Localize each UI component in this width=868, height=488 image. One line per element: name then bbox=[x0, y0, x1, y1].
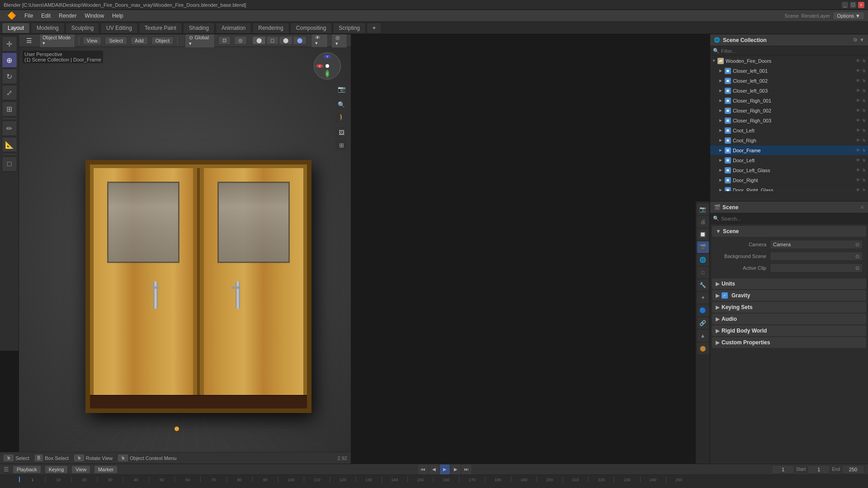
jump-end-btn[interactable]: ⏭ bbox=[462, 465, 472, 474]
view-layer-props-icon[interactable]: 🔲 bbox=[697, 229, 709, 240]
options-btn[interactable]: Options ▼ bbox=[833, 12, 864, 20]
wireframe-shading-btn[interactable]: ◻ bbox=[266, 36, 278, 45]
tab-animation[interactable]: Animation bbox=[216, 23, 251, 33]
constraints-props-icon[interactable]: 🔗 bbox=[697, 317, 709, 329]
tab-texture-paint[interactable]: Texture Paint bbox=[139, 23, 182, 33]
outliner-item-door-right-glass[interactable]: ▶ ▣ Door_Right_Glass 👁 🖱 bbox=[710, 185, 868, 191]
move-tool-btn[interactable]: ⊕ bbox=[2, 52, 17, 68]
blender-logo[interactable]: 🔶 bbox=[4, 10, 20, 21]
camera-value[interactable]: Camera ⊙ bbox=[770, 240, 863, 249]
playback-menu[interactable]: Playback bbox=[13, 465, 41, 474]
end-frame-input[interactable]: 250 bbox=[842, 465, 864, 474]
gravity-section-header[interactable]: ▶ ✓ Gravity bbox=[712, 290, 866, 301]
tab-sculpting[interactable]: Sculpting bbox=[66, 23, 99, 33]
outliner-item-closer-left-002[interactable]: ▶ ▣ Closer_left_002 👁 🖱 bbox=[710, 76, 868, 86]
keying-sets-section-header[interactable]: ▶ Keying Sets bbox=[712, 302, 866, 313]
audio-section-header[interactable]: ▶ Audio bbox=[712, 314, 866, 324]
render-props-icon[interactable]: 📷 bbox=[697, 203, 709, 215]
gravity-checkbox[interactable]: ✓ bbox=[722, 292, 728, 299]
scene-props-icon[interactable]: 🎬 bbox=[697, 241, 709, 253]
overlays-btn[interactable]: 👁 ▾ bbox=[311, 33, 327, 47]
rigid-body-world-section-header[interactable]: ▶ Rigid Body World bbox=[712, 325, 866, 336]
menu-window[interactable]: Window bbox=[81, 12, 108, 20]
output-props-icon[interactable]: 🖨 bbox=[697, 216, 709, 228]
proportional-edit-btn[interactable]: ◎ bbox=[234, 36, 247, 45]
menu-render[interactable]: Render bbox=[55, 12, 80, 20]
rendered-shading-btn[interactable]: ⬤ bbox=[293, 36, 307, 45]
tab-modeling[interactable]: Modeling bbox=[31, 23, 65, 33]
outliner-item-closer-righ-003[interactable]: ▶ ▣ Closer_Righ_003 👁 🖱 bbox=[710, 116, 868, 126]
particles-props-icon[interactable]: ✦ bbox=[697, 292, 709, 304]
active-clip-pick-icon[interactable]: ⊙ bbox=[855, 265, 859, 271]
gizmos-btn[interactable]: ◎ ▾ bbox=[331, 33, 347, 48]
active-clip-value[interactable]: ⊙ bbox=[770, 263, 863, 272]
outliner-item-closer-left-003[interactable]: ▶ ▣ Closer_left_003 👁 🖱 bbox=[710, 86, 868, 96]
background-scene-value[interactable]: ⊙ bbox=[770, 252, 863, 261]
object-props-icon[interactable]: □ bbox=[697, 267, 709, 278]
tab-uv-editing[interactable]: UV Editing bbox=[100, 23, 138, 33]
outliner-item-cnot-righ[interactable]: ▶ ▣ Cnot_Righ 👁 🖱 bbox=[710, 136, 868, 145]
modifier-props-icon[interactable]: 🔧 bbox=[697, 279, 709, 291]
gizmo-x-axis[interactable]: X bbox=[316, 64, 323, 68]
minimize-btn[interactable]: _ bbox=[842, 2, 848, 8]
tab-layout[interactable]: Layout bbox=[2, 23, 30, 33]
outliner-item-closer-righ-002[interactable]: ▶ ▣ Closer_Righ_002 👁 🖱 bbox=[710, 106, 868, 116]
gizmo-z-axis[interactable]: Z bbox=[326, 70, 329, 77]
transform-tool-btn[interactable]: ⊞ bbox=[2, 101, 17, 117]
object-data-props-icon[interactable]: ▲ bbox=[697, 330, 709, 342]
rotate-tool-btn[interactable]: ↻ bbox=[2, 69, 17, 84]
tab-shading[interactable]: Shading bbox=[183, 23, 215, 33]
close-btn[interactable]: ✕ bbox=[858, 2, 864, 8]
timeline-menu-icon[interactable]: ☰ bbox=[4, 466, 9, 473]
solid-shading-btn[interactable]: ⬤ bbox=[252, 36, 266, 45]
navigation-gizmo[interactable]: X Z Y bbox=[314, 52, 345, 84]
viewport-object-menu[interactable]: Object bbox=[151, 37, 174, 45]
tab-compositing[interactable]: Compositing bbox=[290, 23, 332, 33]
next-frame-btn[interactable]: ▶ bbox=[451, 465, 461, 474]
maximize-btn[interactable]: ☐ bbox=[850, 2, 856, 8]
walk-navigation-btn[interactable]: 🚶 bbox=[335, 111, 347, 123]
start-frame-input[interactable]: 1 bbox=[807, 465, 830, 474]
menu-help[interactable]: Help bbox=[108, 12, 127, 20]
viewport-add-menu[interactable]: Add bbox=[131, 37, 148, 45]
keying-menu[interactable]: Keying bbox=[45, 465, 68, 474]
jump-start-btn[interactable]: ⏮ bbox=[418, 465, 428, 474]
outliner-item-cnot-left[interactable]: ▶ ▣ Cnot_Left 👁 🖱 bbox=[710, 126, 868, 136]
custom-properties-section-header[interactable]: ▶ Custom Properties bbox=[712, 337, 866, 348]
current-frame-input[interactable]: 1 bbox=[772, 465, 794, 474]
bg-scene-pick-icon[interactable]: ⊙ bbox=[855, 253, 859, 259]
play-btn[interactable]: ▶ bbox=[440, 465, 450, 474]
measure-tool-btn[interactable]: 📐 bbox=[2, 137, 17, 152]
viewport-render-btn[interactable]: 🖼 bbox=[335, 127, 347, 138]
gizmo-sphere[interactable]: X Z Y bbox=[314, 52, 341, 80]
cursor-tool-btn[interactable]: ✛ bbox=[2, 36, 17, 52]
outliner-item-closer-righ-001[interactable]: ▶ ▣ Closer_Righ_001 👁 🖱 bbox=[710, 96, 868, 106]
properties-search-input[interactable] bbox=[721, 216, 865, 221]
physics-props-icon[interactable]: 🔵 bbox=[697, 305, 709, 316]
zoom-camera-btn[interactable]: 📷 bbox=[335, 83, 347, 95]
gizmo-y-axis[interactable]: Y bbox=[324, 55, 331, 58]
camera-pick-icon[interactable]: ⊙ bbox=[855, 242, 859, 248]
marker-menu[interactable]: Marker bbox=[94, 465, 118, 474]
outliner-search-input[interactable] bbox=[721, 48, 865, 54]
view-menu[interactable]: View bbox=[71, 465, 90, 474]
snap-btn[interactable]: ⊡ bbox=[218, 36, 231, 45]
outliner-item-wooden-fire-doors[interactable]: ▼ 📁 Wooden_Fire_Doors 👁 🖱 bbox=[710, 56, 868, 66]
prev-frame-btn[interactable]: ◀ bbox=[429, 465, 439, 474]
viewport-view-menu[interactable]: View bbox=[83, 37, 102, 45]
outliner-item-door-frame[interactable]: ▶ ▣ Door_Frame 👁 🖱 bbox=[710, 145, 868, 155]
outliner-filter-btn[interactable]: ⚙ bbox=[853, 37, 858, 43]
viewport-grid-btn[interactable]: ⊞ bbox=[335, 139, 347, 151]
units-section-header[interactable]: ▶ Units bbox=[712, 278, 866, 289]
menu-file[interactable]: File bbox=[21, 12, 37, 20]
tab-add[interactable]: + bbox=[367, 23, 382, 33]
outliner-item-door-left[interactable]: ▶ ▣ Door_Left 👁 🖱 bbox=[710, 155, 868, 165]
scene-section-header[interactable]: ▼ Scene bbox=[712, 226, 866, 237]
tab-rendering[interactable]: Rendering bbox=[252, 23, 289, 33]
annotate-tool-btn[interactable]: ✏ bbox=[2, 121, 17, 136]
props-options-btn[interactable]: ✕ bbox=[860, 204, 864, 211]
viewport-3d[interactable]: User Perspective (1) Scene Collection | … bbox=[19, 47, 351, 464]
add-object-btn[interactable]: □ bbox=[2, 156, 17, 172]
timeline-ruler-area[interactable]: 1 10 20 30 40 50 60 70 80 90 100 110 120… bbox=[19, 475, 692, 488]
outliner-options-btn[interactable]: ▼ bbox=[859, 37, 864, 43]
